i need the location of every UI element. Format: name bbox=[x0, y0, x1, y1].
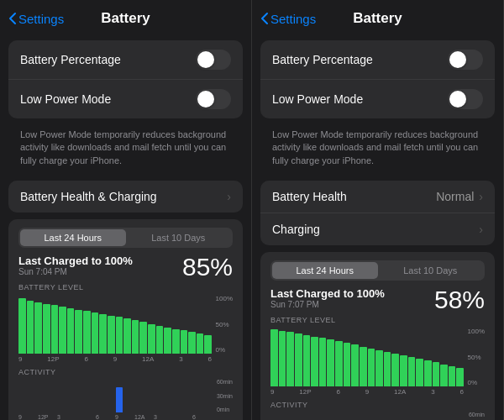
bar bbox=[449, 366, 456, 387]
battery-percentage-row-left: Battery Percentage bbox=[8, 40, 243, 80]
activity-bars-left bbox=[18, 379, 233, 412]
toggle-knob bbox=[449, 91, 466, 108]
bar bbox=[384, 352, 391, 386]
bar bbox=[351, 344, 359, 386]
activity-y-left: 60min 30min 0min bbox=[217, 379, 233, 412]
low-power-mode-row-left: Low Power Mode bbox=[8, 80, 243, 118]
bar bbox=[172, 329, 180, 354]
bar bbox=[139, 322, 147, 354]
tab-bar-right: Last 24 Hours Last 10 Days bbox=[270, 260, 485, 281]
bar bbox=[18, 298, 26, 354]
battery-level-label-right: BATTERY LEVEL bbox=[270, 316, 485, 324]
bar bbox=[164, 328, 171, 354]
battery-chart-right: 100% 50% 0% bbox=[270, 328, 485, 386]
charge-label-right: Last Charged to 100% bbox=[270, 287, 385, 300]
battery-health-label-left: Battery Health & Charging bbox=[20, 190, 157, 203]
bar bbox=[75, 310, 82, 354]
bar bbox=[27, 301, 34, 354]
activity-x-left: 912P36912A36 bbox=[18, 414, 233, 420]
toggle-group-left: Battery Percentage Low Power Mode bbox=[8, 40, 243, 118]
low-power-mode-label-right: Low Power Mode bbox=[272, 92, 363, 106]
right-header: Settings Battery bbox=[252, 0, 503, 34]
bar bbox=[43, 304, 50, 354]
toggle-knob bbox=[449, 51, 466, 68]
battery-percentage-toggle-left[interactable] bbox=[196, 50, 231, 70]
back-button-left[interactable]: Settings bbox=[8, 12, 64, 26]
bar bbox=[67, 308, 75, 354]
bar bbox=[344, 343, 351, 386]
activity-label-left: ACTIVITY bbox=[18, 368, 233, 376]
bar bbox=[416, 359, 423, 386]
bar bbox=[311, 337, 318, 387]
bar bbox=[456, 368, 464, 386]
low-power-mode-row-right: Low Power Mode bbox=[260, 80, 495, 118]
chevron-icon-right: › bbox=[479, 190, 483, 203]
battery-health-row-right[interactable]: Battery Health Normal › bbox=[260, 181, 495, 213]
battery-percentage-toggle-right[interactable] bbox=[448, 50, 483, 70]
chart-section-left: Last 24 Hours Last 10 Days Last Charged … bbox=[8, 219, 243, 420]
low-power-mode-label-left: Low Power Mode bbox=[20, 92, 111, 106]
low-power-mode-toggle-right[interactable] bbox=[448, 89, 483, 109]
bar bbox=[400, 355, 407, 386]
battery-percentage-label-left: Battery Percentage bbox=[20, 53, 121, 66]
bar bbox=[368, 349, 375, 387]
charge-pct-left: 85% bbox=[182, 255, 233, 280]
low-power-mode-toggle-left[interactable] bbox=[196, 89, 231, 109]
tab-bar-left: Last 24 Hours Last 10 Days bbox=[18, 228, 233, 248]
bar bbox=[123, 318, 131, 354]
battery-health-row-left[interactable]: Battery Health & Charging › bbox=[8, 181, 243, 213]
bar bbox=[83, 311, 91, 354]
toggle-knob bbox=[197, 91, 214, 108]
bar bbox=[188, 332, 196, 354]
chevron-icon-left: › bbox=[227, 190, 231, 203]
description-text-left: Low Power Mode temporarily reduces backg… bbox=[8, 125, 243, 174]
bar bbox=[51, 305, 59, 354]
x-labels-left: 9 12P 6 9 12A 3 6 bbox=[18, 355, 233, 363]
tab-24h-right[interactable]: Last 24 Hours bbox=[272, 262, 378, 279]
back-button-right[interactable]: Settings bbox=[260, 12, 316, 26]
tab-24h-left[interactable]: Last 24 Hours bbox=[20, 229, 126, 246]
bar bbox=[204, 335, 212, 354]
description-group-left: Low Power Mode temporarily reduces backg… bbox=[8, 125, 243, 174]
bar bbox=[440, 365, 448, 387]
activity-label-right: ACTIVITY bbox=[270, 401, 485, 409]
tab-10d-right[interactable]: Last 10 Days bbox=[378, 262, 484, 279]
left-panel: Settings Battery Battery Percentage Low … bbox=[0, 0, 252, 420]
left-header: Settings Battery bbox=[0, 0, 251, 34]
bar bbox=[295, 333, 302, 386]
bar bbox=[424, 360, 432, 386]
tab-10d-left[interactable]: Last 10 Days bbox=[126, 229, 232, 246]
activity-bars-right bbox=[270, 412, 485, 420]
back-label-right: Settings bbox=[270, 12, 316, 26]
battery-chart-left: 100% 50% 0% bbox=[18, 295, 233, 354]
activity-chart-right: 60min 30min 0min bbox=[270, 412, 485, 420]
bar bbox=[108, 316, 115, 354]
bar bbox=[197, 333, 204, 354]
charge-label-left: Last Charged to 100% bbox=[18, 255, 133, 267]
x-labels-right: 9 12P 6 9 12A 3 6 bbox=[270, 388, 485, 396]
bar bbox=[408, 357, 416, 386]
page-title-right: Battery bbox=[353, 10, 402, 27]
chart-section-right: Last 24 Hours Last 10 Days Last Charged … bbox=[260, 252, 495, 420]
bar-chart-left bbox=[18, 295, 233, 354]
charging-row-right[interactable]: Charging › bbox=[260, 213, 495, 245]
bar bbox=[433, 362, 440, 386]
bar bbox=[303, 335, 311, 386]
description-text-right: Low Power Mode temporarily reduces backg… bbox=[260, 125, 495, 174]
battery-percentage-label-right: Battery Percentage bbox=[272, 53, 373, 66]
charging-chevron-right: › bbox=[479, 223, 483, 236]
health-row-right: Normal › bbox=[436, 190, 483, 203]
bar bbox=[286, 332, 294, 386]
charge-sub-left: Sun 7:04 PM bbox=[18, 267, 133, 276]
health-charging-group-right: Battery Health Normal › Charging › bbox=[260, 181, 495, 245]
bar bbox=[59, 307, 66, 354]
toggle-knob bbox=[197, 51, 214, 68]
health-value-right: Normal bbox=[436, 190, 474, 203]
battery-health-label-right: Battery Health bbox=[272, 190, 347, 203]
bar bbox=[116, 317, 123, 354]
bar bbox=[34, 302, 42, 354]
battery-level-label-left: BATTERY LEVEL bbox=[18, 283, 233, 291]
bar bbox=[156, 326, 164, 354]
y-labels-left: 100% 50% 0% bbox=[216, 295, 233, 354]
page-title-left: Battery bbox=[101, 10, 150, 27]
